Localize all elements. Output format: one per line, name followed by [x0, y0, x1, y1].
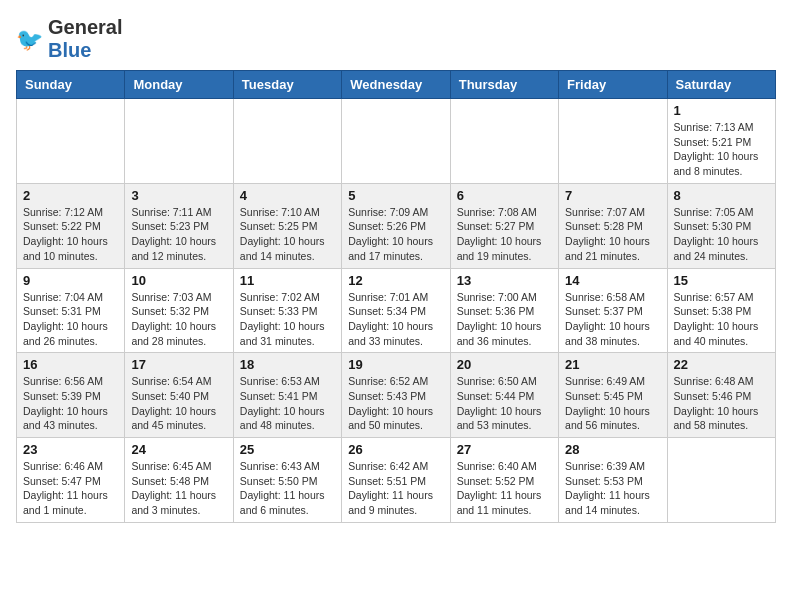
day-detail: Sunrise: 6:50 AM Sunset: 5:44 PM Dayligh…	[457, 374, 552, 433]
calendar-cell: 26Sunrise: 6:42 AM Sunset: 5:51 PM Dayli…	[342, 438, 450, 523]
day-number: 7	[565, 188, 660, 203]
calendar-cell: 11Sunrise: 7:02 AM Sunset: 5:33 PM Dayli…	[233, 268, 341, 353]
calendar-cell: 5Sunrise: 7:09 AM Sunset: 5:26 PM Daylig…	[342, 183, 450, 268]
day-number: 18	[240, 357, 335, 372]
day-detail: Sunrise: 7:10 AM Sunset: 5:25 PM Dayligh…	[240, 205, 335, 264]
day-number: 26	[348, 442, 443, 457]
day-detail: Sunrise: 6:43 AM Sunset: 5:50 PM Dayligh…	[240, 459, 335, 518]
calendar-week-row: 9Sunrise: 7:04 AM Sunset: 5:31 PM Daylig…	[17, 268, 776, 353]
day-header-wednesday: Wednesday	[342, 71, 450, 99]
day-number: 12	[348, 273, 443, 288]
day-number: 27	[457, 442, 552, 457]
calendar-cell: 9Sunrise: 7:04 AM Sunset: 5:31 PM Daylig…	[17, 268, 125, 353]
calendar-cell: 16Sunrise: 6:56 AM Sunset: 5:39 PM Dayli…	[17, 353, 125, 438]
svg-text:🐦: 🐦	[16, 26, 44, 53]
calendar-cell: 27Sunrise: 6:40 AM Sunset: 5:52 PM Dayli…	[450, 438, 558, 523]
calendar-cell: 15Sunrise: 6:57 AM Sunset: 5:38 PM Dayli…	[667, 268, 775, 353]
day-header-monday: Monday	[125, 71, 233, 99]
calendar-cell: 7Sunrise: 7:07 AM Sunset: 5:28 PM Daylig…	[559, 183, 667, 268]
day-detail: Sunrise: 6:49 AM Sunset: 5:45 PM Dayligh…	[565, 374, 660, 433]
calendar-cell: 28Sunrise: 6:39 AM Sunset: 5:53 PM Dayli…	[559, 438, 667, 523]
day-number: 6	[457, 188, 552, 203]
day-number: 1	[674, 103, 769, 118]
day-detail: Sunrise: 7:01 AM Sunset: 5:34 PM Dayligh…	[348, 290, 443, 349]
calendar-cell	[450, 99, 558, 184]
day-number: 25	[240, 442, 335, 457]
day-header-thursday: Thursday	[450, 71, 558, 99]
day-detail: Sunrise: 7:03 AM Sunset: 5:32 PM Dayligh…	[131, 290, 226, 349]
calendar-table: SundayMondayTuesdayWednesdayThursdayFrid…	[16, 70, 776, 523]
day-detail: Sunrise: 7:00 AM Sunset: 5:36 PM Dayligh…	[457, 290, 552, 349]
calendar-cell: 10Sunrise: 7:03 AM Sunset: 5:32 PM Dayli…	[125, 268, 233, 353]
day-detail: Sunrise: 7:07 AM Sunset: 5:28 PM Dayligh…	[565, 205, 660, 264]
day-detail: Sunrise: 6:56 AM Sunset: 5:39 PM Dayligh…	[23, 374, 118, 433]
calendar-cell	[125, 99, 233, 184]
calendar-cell: 25Sunrise: 6:43 AM Sunset: 5:50 PM Dayli…	[233, 438, 341, 523]
day-header-sunday: Sunday	[17, 71, 125, 99]
day-number: 9	[23, 273, 118, 288]
calendar-cell: 24Sunrise: 6:45 AM Sunset: 5:48 PM Dayli…	[125, 438, 233, 523]
day-number: 5	[348, 188, 443, 203]
day-detail: Sunrise: 6:58 AM Sunset: 5:37 PM Dayligh…	[565, 290, 660, 349]
calendar-cell: 17Sunrise: 6:54 AM Sunset: 5:40 PM Dayli…	[125, 353, 233, 438]
day-number: 24	[131, 442, 226, 457]
day-detail: Sunrise: 7:05 AM Sunset: 5:30 PM Dayligh…	[674, 205, 769, 264]
day-number: 23	[23, 442, 118, 457]
day-detail: Sunrise: 7:02 AM Sunset: 5:33 PM Dayligh…	[240, 290, 335, 349]
calendar-cell	[17, 99, 125, 184]
calendar-cell: 18Sunrise: 6:53 AM Sunset: 5:41 PM Dayli…	[233, 353, 341, 438]
calendar-week-row: 2Sunrise: 7:12 AM Sunset: 5:22 PM Daylig…	[17, 183, 776, 268]
page-header: 🐦 General Blue	[16, 16, 776, 62]
day-detail: Sunrise: 6:57 AM Sunset: 5:38 PM Dayligh…	[674, 290, 769, 349]
day-number: 15	[674, 273, 769, 288]
logo-blue: Blue	[48, 39, 91, 61]
day-header-saturday: Saturday	[667, 71, 775, 99]
day-number: 4	[240, 188, 335, 203]
calendar-cell: 21Sunrise: 6:49 AM Sunset: 5:45 PM Dayli…	[559, 353, 667, 438]
calendar-week-row: 16Sunrise: 6:56 AM Sunset: 5:39 PM Dayli…	[17, 353, 776, 438]
day-number: 3	[131, 188, 226, 203]
calendar-header-row: SundayMondayTuesdayWednesdayThursdayFrid…	[17, 71, 776, 99]
calendar-cell: 22Sunrise: 6:48 AM Sunset: 5:46 PM Dayli…	[667, 353, 775, 438]
day-detail: Sunrise: 6:48 AM Sunset: 5:46 PM Dayligh…	[674, 374, 769, 433]
logo: 🐦 General Blue	[16, 16, 122, 62]
day-detail: Sunrise: 7:13 AM Sunset: 5:21 PM Dayligh…	[674, 120, 769, 179]
day-number: 16	[23, 357, 118, 372]
day-detail: Sunrise: 7:09 AM Sunset: 5:26 PM Dayligh…	[348, 205, 443, 264]
day-number: 13	[457, 273, 552, 288]
day-number: 11	[240, 273, 335, 288]
calendar-cell: 1Sunrise: 7:13 AM Sunset: 5:21 PM Daylig…	[667, 99, 775, 184]
calendar-cell: 2Sunrise: 7:12 AM Sunset: 5:22 PM Daylig…	[17, 183, 125, 268]
calendar-cell: 3Sunrise: 7:11 AM Sunset: 5:23 PM Daylig…	[125, 183, 233, 268]
logo-general: General	[48, 16, 122, 38]
day-detail: Sunrise: 6:42 AM Sunset: 5:51 PM Dayligh…	[348, 459, 443, 518]
logo-bird-icon: 🐦	[16, 25, 44, 53]
day-header-friday: Friday	[559, 71, 667, 99]
calendar-cell: 14Sunrise: 6:58 AM Sunset: 5:37 PM Dayli…	[559, 268, 667, 353]
day-number: 22	[674, 357, 769, 372]
calendar-cell: 19Sunrise: 6:52 AM Sunset: 5:43 PM Dayli…	[342, 353, 450, 438]
calendar-cell	[667, 438, 775, 523]
day-detail: Sunrise: 7:08 AM Sunset: 5:27 PM Dayligh…	[457, 205, 552, 264]
calendar-cell: 8Sunrise: 7:05 AM Sunset: 5:30 PM Daylig…	[667, 183, 775, 268]
day-detail: Sunrise: 6:46 AM Sunset: 5:47 PM Dayligh…	[23, 459, 118, 518]
day-number: 10	[131, 273, 226, 288]
calendar-cell: 23Sunrise: 6:46 AM Sunset: 5:47 PM Dayli…	[17, 438, 125, 523]
day-detail: Sunrise: 6:53 AM Sunset: 5:41 PM Dayligh…	[240, 374, 335, 433]
day-detail: Sunrise: 7:11 AM Sunset: 5:23 PM Dayligh…	[131, 205, 226, 264]
day-detail: Sunrise: 6:54 AM Sunset: 5:40 PM Dayligh…	[131, 374, 226, 433]
calendar-week-row: 23Sunrise: 6:46 AM Sunset: 5:47 PM Dayli…	[17, 438, 776, 523]
calendar-week-row: 1Sunrise: 7:13 AM Sunset: 5:21 PM Daylig…	[17, 99, 776, 184]
calendar-cell: 20Sunrise: 6:50 AM Sunset: 5:44 PM Dayli…	[450, 353, 558, 438]
day-detail: Sunrise: 7:04 AM Sunset: 5:31 PM Dayligh…	[23, 290, 118, 349]
day-detail: Sunrise: 7:12 AM Sunset: 5:22 PM Dayligh…	[23, 205, 118, 264]
day-number: 17	[131, 357, 226, 372]
calendar-cell: 13Sunrise: 7:00 AM Sunset: 5:36 PM Dayli…	[450, 268, 558, 353]
day-number: 21	[565, 357, 660, 372]
calendar-cell	[559, 99, 667, 184]
day-detail: Sunrise: 6:40 AM Sunset: 5:52 PM Dayligh…	[457, 459, 552, 518]
day-header-tuesday: Tuesday	[233, 71, 341, 99]
day-detail: Sunrise: 6:45 AM Sunset: 5:48 PM Dayligh…	[131, 459, 226, 518]
day-number: 8	[674, 188, 769, 203]
calendar-cell	[233, 99, 341, 184]
